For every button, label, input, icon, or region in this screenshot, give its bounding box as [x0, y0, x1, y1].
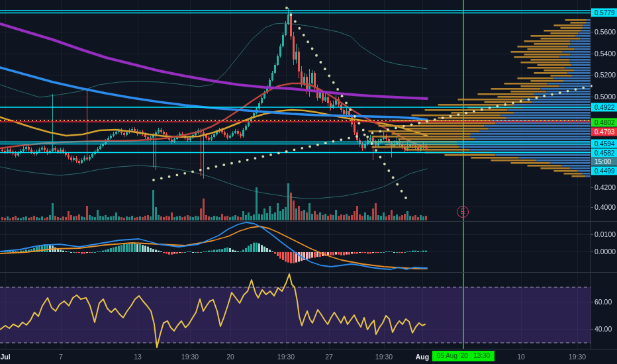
price-axis[interactable]: 0.56000.54000.52000.50000.42000.40000.01… [591, 0, 617, 349]
chart-window: 0.56000.54000.52000.50000.42000.40000.01… [0, 0, 617, 364]
price-badge: 0.4594 [591, 140, 617, 148]
price-tick: 0.5400 [594, 50, 616, 58]
time-tick: 10 [517, 353, 525, 361]
countdown-badge: 15:00 [591, 158, 617, 166]
price-badge: 0.4499 [591, 167, 617, 175]
price-tick: 60.00 [594, 298, 612, 306]
price-tick: 0.5600 [594, 28, 616, 36]
price-badge: 0.4922 [591, 103, 617, 112]
time-tick: 19:30 [375, 353, 393, 361]
time-axis[interactable]: 05 Aug '20 13:30 Jul71319:302019:302719:… [0, 349, 617, 364]
price-tick: 0.0000 [594, 248, 616, 255]
time-tick: 27 [325, 353, 333, 361]
time-tick: 19:30 [181, 353, 199, 361]
time-tick: 13 [134, 353, 142, 361]
time-tick: 19:30 [569, 353, 586, 361]
price-tick: 0.0100 [594, 230, 616, 238]
time-tick: Jul [0, 353, 10, 361]
price-tick: 0.4200 [594, 183, 616, 191]
time-tick: Aug [416, 353, 429, 361]
event-marker[interactable]: E [457, 206, 469, 218]
price-tick: 0.5200 [594, 71, 616, 79]
price-badge: 0.5779 [591, 9, 617, 17]
time-tick: 20 [226, 353, 234, 361]
price-badge: 0.4582 [591, 149, 617, 158]
price-tick: 0.4000 [594, 203, 616, 211]
time-tick: 19:30 [277, 353, 295, 361]
event-time-label[interactable]: 05 Aug '20 13:30 [432, 351, 495, 361]
price-tick: 40.00 [594, 325, 612, 333]
time-tick: 7 [59, 353, 63, 361]
chart-canvas[interactable] [0, 0, 617, 364]
price-tick: 0.5000 [594, 93, 616, 101]
price-badge: 0.4793 [591, 128, 617, 136]
price-badge: 0.4802 [591, 118, 617, 127]
